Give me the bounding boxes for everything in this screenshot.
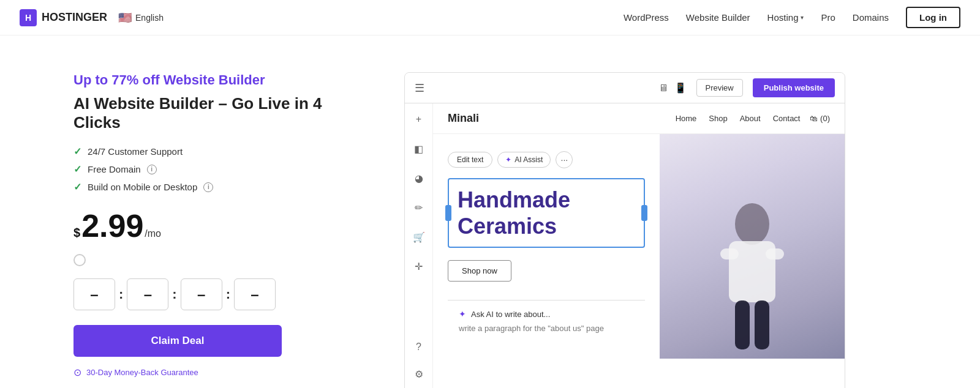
- feature-item-support: ✓ 24/7 Customer Support: [74, 146, 355, 157]
- claim-deal-button[interactable]: Claim Deal: [74, 325, 282, 357]
- price-per-month: /mo: [145, 228, 161, 239]
- ai-assist-button[interactable]: ✦ AI Assist: [497, 152, 551, 168]
- hamburger-icon[interactable]: ☰: [415, 81, 424, 95]
- countdown-timer: – : – : – : –: [74, 278, 355, 310]
- preview-button[interactable]: Preview: [696, 79, 743, 97]
- heading-line1: Handmade: [458, 187, 570, 212]
- site-nav-contact[interactable]: Contact: [773, 114, 801, 123]
- mobile-icon[interactable]: 📱: [674, 82, 687, 94]
- site-main-heading: Handmade Ceramics: [458, 187, 635, 239]
- cart-icon[interactable]: 🛒: [410, 228, 428, 245]
- ai-panel-input[interactable]: [459, 324, 634, 333]
- settings-icon[interactable]: ⚙: [410, 365, 428, 382]
- main-heading: AI Website Builder – Go Live in 4 Clicks: [74, 94, 355, 132]
- feature-text: Free Domain: [88, 164, 141, 174]
- device-icons: 🖥 📱: [658, 82, 687, 94]
- edit-text-button[interactable]: Edit text: [448, 152, 492, 168]
- palette-icon[interactable]: ◕: [410, 170, 428, 187]
- site-nav-links: Home Shop About Contact: [676, 114, 801, 123]
- logo[interactable]: H HOSTINGER: [20, 9, 107, 26]
- feature-item-mobile: ✓ Build on Mobile or Desktop i: [74, 181, 355, 193]
- svg-point-0: [735, 203, 769, 245]
- price-block: $ 2.99 /mo: [74, 210, 355, 242]
- builder-content-area: Minali Home Shop About Contact 🛍 (0): [433, 103, 845, 388]
- svg-rect-5: [755, 300, 769, 349]
- person-silhouette: [697, 187, 807, 359]
- shop-now-button[interactable]: Shop now: [448, 260, 511, 282]
- countdown-separator: :: [172, 286, 176, 302]
- add-element-icon[interactable]: +: [410, 111, 428, 128]
- edit-toolbar: Edit text ✦ AI Assist ···: [448, 151, 645, 168]
- ai-panel-star-icon: ✦: [459, 309, 466, 319]
- svg-rect-4: [735, 300, 750, 349]
- layers-icon[interactable]: ◧: [410, 140, 428, 157]
- plan-radio[interactable]: [74, 254, 86, 266]
- shield-icon: ⊙: [74, 367, 81, 378]
- publish-button[interactable]: Publish website: [753, 78, 835, 97]
- promo-title: Up to 77% off Website Builder: [74, 72, 355, 88]
- countdown-seconds: –: [181, 278, 222, 310]
- nav-pro[interactable]: Pro: [821, 12, 835, 23]
- site-navigation: Minali Home Shop About Contact 🛍 (0): [433, 103, 845, 134]
- check-icon: ✓: [74, 163, 81, 175]
- site-hero: Edit text ✦ AI Assist ···: [433, 134, 845, 359]
- crosshair-icon[interactable]: ✛: [410, 258, 428, 275]
- price-main: 2.99: [81, 210, 143, 242]
- nav-website-builder[interactable]: Website Builder: [686, 12, 750, 23]
- countdown-ms: –: [234, 278, 276, 310]
- help-icon[interactable]: ?: [410, 338, 428, 356]
- promo-highlight: 77%: [111, 72, 138, 88]
- countdown-minutes: –: [127, 278, 168, 310]
- resize-handle-left[interactable]: [445, 205, 451, 221]
- lang-label: English: [135, 13, 164, 23]
- guarantee-label: 30-Day Money-Back Guarantee: [86, 368, 198, 377]
- left-panel: Up to 77% off Website Builder AI Website…: [74, 72, 355, 378]
- countdown-hours: –: [74, 278, 115, 310]
- ai-assistant-panel: ✦ Ask AI to write about...: [448, 300, 645, 341]
- heading-line2: Ceramics: [458, 214, 557, 239]
- feature-text: Build on Mobile or Desktop: [88, 182, 197, 192]
- hero-text-area: Edit text ✦ AI Assist ···: [433, 134, 660, 359]
- navbar-left: H HOSTINGER 🇺🇸 English: [20, 9, 164, 26]
- guarantee-text: ⊙ 30-Day Money-Back Guarantee: [74, 367, 355, 378]
- nav-hosting-label: Hosting: [767, 12, 799, 23]
- site-nav-shop[interactable]: Shop: [709, 114, 727, 123]
- logo-text: HOSTINGER: [42, 11, 107, 24]
- feature-item-domain: ✓ Free Domain i: [74, 163, 355, 175]
- ai-star-icon: ✦: [505, 155, 511, 164]
- desktop-icon[interactable]: 🖥: [658, 83, 668, 94]
- builder-toolbar: ☰ 🖥 📱 Preview Publish website: [405, 73, 845, 103]
- flag-icon: 🇺🇸: [118, 11, 132, 24]
- check-icon: ✓: [74, 181, 81, 193]
- check-icon: ✓: [74, 146, 81, 157]
- site-brand: Minali: [448, 112, 479, 125]
- price-dollar: $: [74, 226, 80, 240]
- ai-panel-heading: Ask AI to write about...: [471, 310, 550, 319]
- svg-rect-2: [720, 248, 739, 259]
- editable-heading[interactable]: Handmade Ceramics: [448, 178, 645, 248]
- site-nav-home[interactable]: Home: [676, 114, 697, 123]
- sidebar-bottom: ? ⚙: [410, 338, 428, 388]
- info-icon[interactable]: i: [147, 165, 157, 174]
- site-preview: Minali Home Shop About Contact 🛍 (0): [433, 103, 845, 388]
- cart-count: (0): [820, 114, 830, 123]
- login-button[interactable]: Log in: [906, 7, 960, 28]
- feature-text: 24/7 Customer Support: [88, 146, 183, 157]
- more-options-button[interactable]: ···: [556, 151, 573, 168]
- ai-panel-header: ✦ Ask AI to write about...: [459, 309, 634, 319]
- site-cart-icon[interactable]: 🛍 (0): [810, 114, 830, 123]
- info-icon[interactable]: i: [203, 182, 213, 192]
- language-selector[interactable]: 🇺🇸 English: [118, 11, 164, 24]
- resize-handle-right[interactable]: [641, 205, 647, 221]
- nav-domains[interactable]: Domains: [853, 12, 889, 23]
- builder-sidebar: + ◧ ◕ ✏ 🛒 ✛ ? ⚙: [405, 103, 433, 388]
- features-list: ✓ 24/7 Customer Support ✓ Free Domain i …: [74, 146, 355, 193]
- nav-hosting[interactable]: Hosting ▾: [767, 12, 804, 23]
- edit-icon[interactable]: ✏: [410, 199, 428, 216]
- builder-preview-panel: ☰ 🖥 📱 Preview Publish website + ◧ ◕ ✏ 🛒 …: [404, 72, 845, 388]
- site-nav-about[interactable]: About: [740, 114, 761, 123]
- main-content: Up to 77% off Website Builder AI Website…: [0, 35, 980, 388]
- hero-image: [660, 134, 845, 359]
- ai-assist-label: AI Assist: [514, 155, 543, 164]
- nav-wordpress[interactable]: WordPress: [624, 12, 669, 23]
